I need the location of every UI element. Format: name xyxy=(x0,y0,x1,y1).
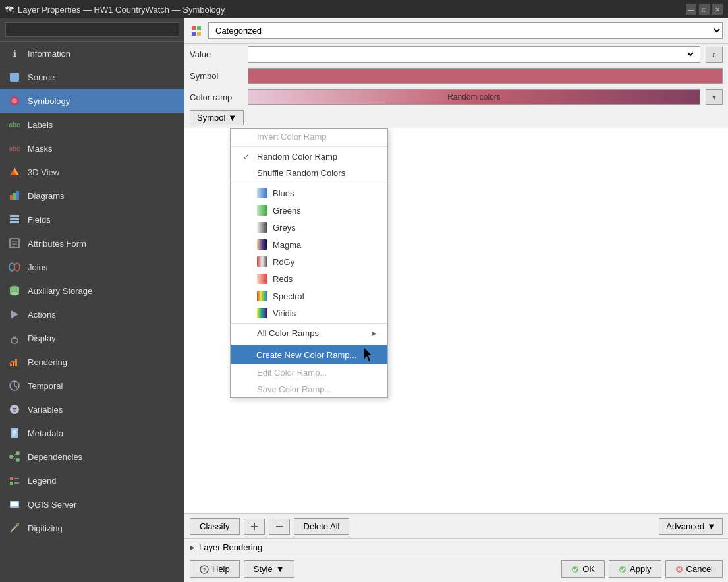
sidebar-item-information[interactable]: ℹ Information xyxy=(0,42,184,65)
sidebar-item-qgis-server[interactable]: QGIS Server xyxy=(0,492,184,516)
apply-button[interactable]: Apply xyxy=(609,560,661,578)
color-ramp-value: Random colors xyxy=(447,92,501,102)
sidebar-label-metadata: Metadata xyxy=(28,428,63,438)
ok-button[interactable]: OK xyxy=(561,560,605,578)
sidebar-label-dependencies: Dependencies xyxy=(28,452,82,462)
symbol-label: Symbol xyxy=(190,71,242,81)
menu-item-save-color-ramp[interactable]: Save Color Ramp... xyxy=(231,381,387,397)
search-input[interactable] xyxy=(5,22,179,37)
svg-line-37 xyxy=(13,454,16,457)
symbol-preview xyxy=(248,68,723,84)
sidebar-label-source: Source xyxy=(28,73,55,82)
sidebar-item-diagrams[interactable]: Diagrams xyxy=(0,184,184,208)
menu-item-rdgy[interactable]: RdGy xyxy=(231,253,387,270)
advanced-button[interactable]: Advanced ▼ xyxy=(659,518,723,535)
variables-icon: ⚙ xyxy=(8,403,21,416)
sidebar-label-fields: Fields xyxy=(28,215,51,225)
menu-item-greens[interactable]: Greens xyxy=(231,202,387,219)
svg-rect-50 xyxy=(197,32,201,36)
color-ramp-label: Color ramp xyxy=(190,92,242,102)
color-ramp-dropdown-button[interactable]: ▼ xyxy=(706,89,723,105)
sidebar-item-source[interactable]: Source xyxy=(0,65,184,89)
symbol-dropdown-button[interactable]: Symbol ▼ xyxy=(190,110,244,125)
menu-item-all-color-ramps[interactable]: All Color Ramps ▶ xyxy=(231,325,387,341)
layer-rendering-collapse-arrow[interactable]: ▶ xyxy=(190,544,195,551)
sidebar-item-attributes-form[interactable]: Attributes Form xyxy=(0,231,184,255)
renderer-icon xyxy=(190,24,203,38)
menu-item-viridis[interactable]: Viridis xyxy=(231,305,387,322)
classify-button[interactable]: Classify xyxy=(190,518,240,535)
sidebar-item-digitizing[interactable]: Digitizing xyxy=(0,516,184,540)
remove-category-button[interactable] xyxy=(269,519,290,535)
svg-rect-22 xyxy=(10,364,12,366)
sidebar-item-labels[interactable]: abc Labels xyxy=(0,113,184,136)
sidebar-search-container xyxy=(0,18,184,42)
random-color-ramp-check: ✓ xyxy=(241,152,252,161)
delete-all-button[interactable]: Delete All xyxy=(294,518,350,535)
renderer-select[interactable]: Categorized xyxy=(208,22,723,39)
value-row: Value ε xyxy=(184,44,728,65)
menu-item-spectral[interactable]: Spectral xyxy=(231,287,387,305)
all-color-ramps-arrow: ▶ xyxy=(372,330,377,337)
menu-label-viridis: Viridis xyxy=(273,308,296,318)
cancel-icon xyxy=(675,566,683,573)
sidebar-label-rendering: Rendering xyxy=(28,357,67,367)
close-button[interactable]: ✕ xyxy=(712,4,723,15)
sidebar-item-variables[interactable]: ⚙ Variables xyxy=(0,397,184,421)
rdgy-color-icon xyxy=(257,256,267,267)
svg-rect-47 xyxy=(192,26,196,30)
add-category-button[interactable] xyxy=(244,519,265,535)
restore-button[interactable]: □ xyxy=(699,4,710,15)
value-expression-button[interactable]: ε xyxy=(706,47,723,63)
sidebar-item-display[interactable]: Display xyxy=(0,326,184,350)
style-button[interactable]: Style ▼ xyxy=(244,560,294,578)
cancel-button[interactable]: Cancel xyxy=(665,560,723,578)
sidebar-item-legend[interactable]: Legend xyxy=(0,469,184,492)
layer-rendering-label: Layer Rendering xyxy=(199,542,262,552)
value-select[interactable] xyxy=(252,49,696,60)
sidebar-item-masks[interactable]: abc Masks xyxy=(0,136,184,160)
svg-rect-6 xyxy=(13,193,16,200)
svg-line-27 xyxy=(14,386,17,388)
menu-item-reds[interactable]: Reds xyxy=(231,270,387,287)
svg-point-58 xyxy=(619,566,626,573)
svg-point-15 xyxy=(9,263,14,271)
minimize-button[interactable]: — xyxy=(686,4,696,15)
help-button[interactable]: ? Help xyxy=(190,560,240,578)
sidebar-item-3dview[interactable]: 3D View xyxy=(0,160,184,184)
svg-rect-40 xyxy=(10,482,13,485)
sidebar-label-variables: Variables xyxy=(28,405,63,415)
sidebar-item-fields[interactable]: Fields xyxy=(0,208,184,231)
reds-color-icon xyxy=(257,274,267,284)
sidebar-item-auxiliary-storage[interactable]: Auxiliary Storage xyxy=(0,279,184,303)
content-area: Categorized Value ε Symbol Color ramp Ra… xyxy=(184,18,728,582)
menu-item-random-color-ramp[interactable]: ✓ Random Color Ramp xyxy=(231,148,387,165)
sidebar-item-symbology[interactable]: Symbology xyxy=(0,89,184,113)
svg-point-35 xyxy=(16,451,20,455)
menu-item-invert-color-ramp[interactable]: Invert Color Ramp xyxy=(231,129,387,145)
menu-label-reds: Reds xyxy=(273,274,293,284)
spectral-color-icon xyxy=(257,291,267,301)
sidebar-item-metadata[interactable]: Metadata xyxy=(0,421,184,445)
menu-item-shuffle-random-colors[interactable]: Shuffle Random Colors xyxy=(231,165,387,181)
sidebar-item-dependencies[interactable]: Dependencies xyxy=(0,445,184,469)
sidebar-item-temporal[interactable]: Temporal xyxy=(0,374,184,397)
menu-item-magma[interactable]: Magma xyxy=(231,236,387,253)
menu-item-create-new-color-ramp[interactable]: Create New Color Ramp... xyxy=(231,345,387,364)
svg-rect-46 xyxy=(16,523,19,526)
sidebar-label-qgis-server: QGIS Server xyxy=(28,500,76,509)
sidebar-label-labels: Labels xyxy=(28,120,53,130)
menu-item-greys[interactable]: Greys xyxy=(231,219,387,236)
svg-rect-7 xyxy=(16,191,19,200)
menu-label-blues: Blues xyxy=(273,189,294,198)
sidebar-item-joins[interactable]: Joins xyxy=(0,255,184,279)
cursor-icon xyxy=(364,348,374,361)
menu-item-edit-color-ramp[interactable]: Edit Color Ramp... xyxy=(231,364,387,381)
value-label: Value xyxy=(190,49,242,59)
menu-item-blues[interactable]: Blues xyxy=(231,185,387,202)
sidebar-item-actions[interactable]: Actions xyxy=(0,303,184,326)
masks-icon: abc xyxy=(8,142,21,155)
menu-label-spectral: Spectral xyxy=(273,291,304,301)
fields-icon xyxy=(8,213,21,226)
sidebar-item-rendering[interactable]: Rendering xyxy=(0,350,184,374)
